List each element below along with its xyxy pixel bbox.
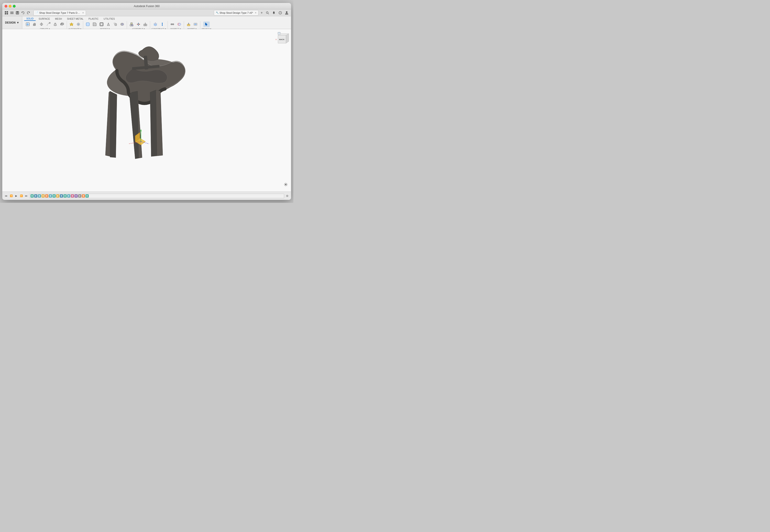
axis-tool[interactable] [159, 22, 165, 27]
tab-mesh[interactable]: MESH [53, 17, 64, 21]
toolbar-tools-row: CREATE ▾ [22, 21, 214, 29]
revolve-tool[interactable] [38, 22, 45, 27]
svg-point-27 [54, 23, 56, 24]
joint-tool[interactable] [135, 22, 142, 27]
combine-tool[interactable] [119, 22, 125, 27]
next-button[interactable]: ⏩ [19, 194, 23, 198]
plane-tool[interactable] [152, 22, 158, 27]
svg-point-80 [140, 141, 142, 142]
notification-icon[interactable] [271, 10, 276, 15]
svg-rect-10 [17, 13, 18, 14]
prev-button[interactable]: ⏪ [9, 194, 13, 198]
timeline-item-1[interactable]: ▣ [34, 194, 37, 198]
app-window: Autodesk Fusion 360 [2, 3, 291, 200]
design-button[interactable]: DESIGN ▼ [2, 16, 22, 29]
tab-utilities[interactable]: UTILITIES [101, 17, 117, 21]
draft-tool[interactable] [105, 22, 112, 27]
menu-icon[interactable] [10, 11, 14, 15]
titlebar: Autodesk Fusion 360 [2, 3, 291, 9]
maximize-button[interactable] [13, 5, 16, 8]
timeline-item-0[interactable]: ▣ [30, 194, 34, 198]
apps-icon[interactable] [4, 11, 9, 15]
minimize-button[interactable] [9, 5, 11, 8]
tab-design-label: Shop Stool Design Type 7 v5* [220, 11, 253, 14]
svg-rect-4 [10, 12, 14, 12]
timeline-item-4[interactable]: ▣ [45, 194, 48, 198]
user-icon[interactable] [284, 10, 289, 15]
insert-mesh-tool[interactable] [185, 22, 192, 27]
svg-rect-21 [33, 24, 35, 26]
search-icon[interactable] [265, 10, 270, 15]
timeline-item-9[interactable]: ▣ [63, 194, 67, 198]
svg-rect-36 [100, 23, 103, 26]
viewport[interactable]: BACK X [2, 29, 291, 192]
timeline-item-8[interactable]: ▣ [60, 194, 63, 198]
timeline-item-13[interactable]: ▣ [78, 194, 81, 198]
automate-tool-1[interactable] [68, 22, 75, 27]
help-icon[interactable]: ? [278, 10, 283, 15]
timeline-item-11[interactable]: ▣ [71, 194, 74, 198]
tab-surface[interactable]: SURFACE [36, 17, 52, 21]
tab-design-close[interactable]: × [255, 11, 257, 14]
tab-solid[interactable]: SOLID [24, 17, 36, 21]
tab-drawing[interactable]: 📄 Shop Stool Design Type 7 Parts Drawing… [33, 10, 86, 16]
skip-start-button[interactable]: ⏮ [4, 194, 8, 198]
svg-point-25 [49, 22, 50, 24]
tab-sheet-metal[interactable]: SHEET METAL [65, 17, 86, 21]
scale-tool[interactable] [112, 22, 118, 27]
sweep-tool[interactable] [45, 22, 52, 27]
timeline-segment: ▣ ▣ ▣ ▣ ▣ ▣ ▣ ▣ ▣ ▣ ▣ ▣ ▣ ▣ ▣ ▣ [30, 194, 90, 198]
timeline-item-5[interactable]: ▣ [49, 194, 52, 198]
redo-icon[interactable] [26, 11, 31, 15]
svg-rect-46 [130, 24, 131, 26]
fillet-tool[interactable] [84, 22, 91, 27]
new-tab-button[interactable]: + [260, 11, 264, 15]
loft-tool[interactable] [52, 22, 58, 27]
interference-tool[interactable] [176, 22, 182, 27]
select-group: SELECT ▾ [200, 21, 213, 29]
tab-left-controls [4, 11, 31, 15]
chamfer-tool[interactable] [91, 22, 98, 27]
play-button[interactable]: ▶ [14, 194, 18, 198]
svg-line-42 [114, 23, 115, 24]
settings-icon[interactable] [283, 182, 288, 187]
canvas-tool[interactable] [192, 22, 199, 27]
tab-plastic[interactable]: PLASTIC [86, 17, 101, 21]
svg-rect-70 [195, 24, 197, 25]
select-tool[interactable] [203, 22, 210, 27]
tab-design[interactable]: 🔧 Shop Stool Design Type 7 v5* × [214, 10, 259, 16]
ground-tool[interactable] [142, 22, 148, 27]
undo-icon[interactable] [21, 11, 25, 15]
svg-point-11 [266, 12, 268, 14]
sketch-tool[interactable] [24, 22, 31, 27]
timeline-settings-icon[interactable]: ⚙ [285, 194, 289, 198]
timeline-item-14[interactable]: ▣ [82, 194, 85, 198]
measure-tool[interactable] [169, 22, 175, 27]
automate-tool-2[interactable] [75, 22, 82, 27]
assemble-icons [128, 22, 148, 27]
svg-rect-48 [131, 23, 132, 24]
traffic-lights [5, 5, 16, 8]
timeline-item-3[interactable]: ▣ [41, 194, 45, 198]
tab-drawing-close[interactable]: × [82, 11, 84, 14]
svg-rect-67 [187, 24, 190, 26]
timeline-item-10[interactable]: ▣ [67, 194, 70, 198]
viewcube[interactable]: BACK X [275, 32, 288, 46]
close-button[interactable] [5, 5, 7, 8]
timeline-item-12[interactable]: ▣ [74, 194, 78, 198]
svg-rect-37 [101, 23, 102, 25]
main-area: BACK X [2, 29, 291, 192]
timeline-item-2[interactable]: ▣ [38, 194, 41, 198]
timeline-item-6[interactable]: ▣ [52, 194, 56, 198]
shell-tool[interactable] [98, 22, 105, 27]
timeline-item-7[interactable]: ▣ [56, 194, 59, 198]
svg-rect-40 [115, 24, 117, 26]
extrude-tool[interactable] [31, 22, 38, 27]
box-tool[interactable] [59, 22, 65, 27]
svg-line-43 [115, 23, 117, 24]
component-tool[interactable] [128, 22, 135, 27]
toolbar-tabs: SOLID SURFACE MESH SHEET METAL PLASTIC U… [22, 16, 291, 29]
skip-end-button[interactable]: ⏭ [24, 194, 28, 198]
timeline-item-15[interactable]: ▣ [85, 194, 89, 198]
save-icon[interactable] [15, 11, 20, 15]
